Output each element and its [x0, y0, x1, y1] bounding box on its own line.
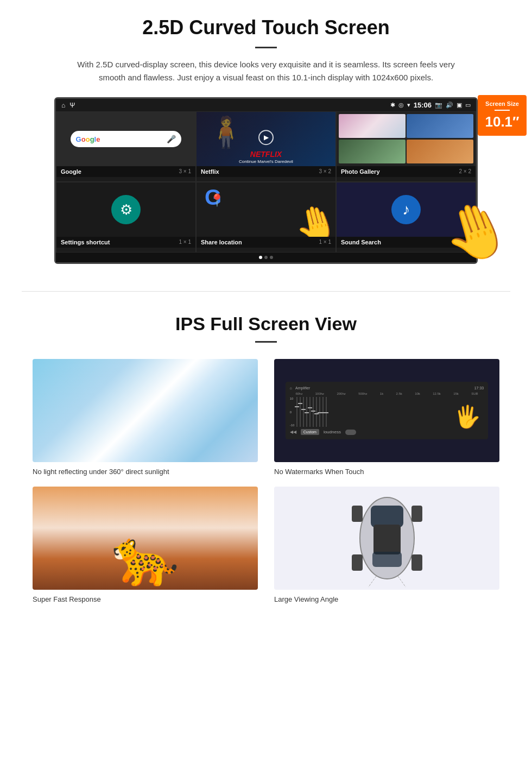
sound-app-name: Sound Search [341, 239, 381, 245]
slider-200 [303, 397, 304, 427]
feature-car: Large Viewing Angle [274, 487, 499, 603]
amp-freq-15k: 15k [453, 392, 459, 395]
slider-100 [300, 397, 301, 427]
svg-rect-2 [373, 525, 401, 554]
section2-title: IPS Full Screen View [33, 313, 499, 335]
section2-underline [255, 341, 277, 343]
dot-2 [264, 256, 268, 259]
location-icon: ◎ [398, 102, 404, 109]
slider-500-handle [305, 412, 309, 413]
amp-db-neg10: -10 [290, 424, 295, 427]
amp-db-labels: 10 0 -10 [290, 397, 295, 427]
feature-sunlight: No light reflecting under 360° direct su… [33, 359, 258, 476]
app-cell-share[interactable]: G 📍 🤚 Share location 1 × 1 [196, 182, 336, 253]
svg-rect-4 [352, 506, 363, 522]
slider-sub [326, 397, 327, 427]
music-icon: ♪ [391, 195, 421, 224]
slider-100-handle [298, 403, 302, 404]
play-button[interactable]: ▶ [258, 130, 274, 145]
slider-12k [319, 397, 320, 427]
amp-topbar: ⌂ Amplifier 17:33 [290, 386, 484, 390]
mic-icon: 🎤 [167, 135, 176, 143]
netflix-app-name: Netflix [201, 168, 219, 175]
sunlight-visual [33, 359, 258, 462]
feature-grid: No light reflecting under 360° direct su… [33, 359, 499, 603]
sunlight-image [33, 359, 258, 462]
netflix-subtitle: Continue Marvel's Daredevil [200, 159, 332, 164]
screen-size-badge: Screen Size 10.1″ [478, 95, 527, 136]
app-grid-row1: Google 🎤 Google 3 × 1 🧍 [56, 111, 476, 182]
section1-description: With 2.5D curved-display screen, this de… [76, 58, 456, 84]
slider-10k [316, 397, 317, 427]
dot-3 [270, 256, 273, 259]
badge-title-text: Screen Size [482, 100, 522, 107]
touch-hand-amp: 🖐 [454, 404, 481, 430]
status-right-icons: ✱ ◎ ▾ 15:06 📷 🔊 ▣ ▭ [390, 101, 471, 109]
gallery-img-3 [339, 140, 406, 163]
slider-500 [306, 397, 307, 427]
google-search-bar[interactable]: Google 🎤 [71, 131, 182, 147]
amp-freq-1k: 1k [380, 392, 383, 395]
share-label: Share location 1 × 1 [197, 237, 335, 248]
amp-title: Amplifier [295, 386, 310, 390]
netflix-logo: NETFLIX [200, 150, 332, 159]
slider-60 [296, 397, 297, 427]
car-caption: Large Viewing Angle [274, 595, 499, 603]
pagination-dots [56, 253, 476, 262]
usb-icon: Ψ [69, 102, 75, 109]
app-cell-settings[interactable]: ⚙ Settings shortcut 1 × 1 [56, 182, 196, 253]
slider-1k-handle [308, 407, 312, 408]
slider-2k-handle [311, 411, 315, 412]
section-curved-touch: 2.5D Curved Touch Screen With 2.5D curve… [0, 0, 532, 275]
slider-sub-handle [324, 412, 328, 413]
amp-freq-12k: 12.5k [433, 392, 441, 395]
slider-60-handle [295, 406, 299, 407]
settings-icon: ⚙ [111, 195, 141, 224]
amp-home-icon: ⌂ [290, 386, 292, 390]
share-app-size: 1 × 1 [319, 239, 331, 245]
amplifier-image: ⌂ Amplifier 17:33 60hz 100hz 200hz 500hz… [274, 359, 499, 462]
gallery-img-2 [407, 114, 473, 138]
svg-rect-1 [371, 506, 403, 527]
cheetah-emoji: 🐆 [111, 526, 179, 590]
volume-icon: 🔊 [446, 102, 453, 109]
settings-app-size: 1 × 1 [179, 239, 191, 245]
share-thumb: G 📍 🤚 [197, 182, 335, 237]
amp-custom-btn: Custom [301, 429, 319, 435]
cheetah-caption: Super Fast Response [33, 595, 258, 603]
device-wrapper: Screen Size 10.1″ ⌂ Ψ ✱ ◎ ▾ 15:06 📷 🔊 [54, 97, 478, 264]
app-cell-netflix[interactable]: 🧍 ▶ NETFLIX Continue Marvel's Daredevil … [196, 111, 336, 182]
app-cell-google[interactable]: Google 🎤 Google 3 × 1 [56, 111, 196, 182]
car-svg [346, 489, 428, 587]
wifi-icon: ▾ [407, 102, 410, 109]
svg-rect-6 [352, 554, 363, 571]
amp-sliders: 10 0 -10 [290, 397, 484, 427]
svg-line-9 [398, 576, 411, 587]
gallery-app-name: Photo Gallery [341, 168, 380, 175]
gallery-img-1 [339, 114, 406, 138]
gallery-img-4 [407, 140, 473, 163]
svg-rect-3 [372, 552, 402, 567]
google-label: Google 3 × 1 [56, 166, 195, 177]
slider-2k [313, 397, 314, 427]
slider-1k [309, 397, 311, 427]
app-cell-gallery[interactable]: Photo Gallery 2 × 2 [336, 111, 476, 182]
google-logo: Google [76, 135, 100, 143]
amp-time: 17:33 [474, 386, 484, 390]
title-underline [255, 47, 277, 48]
google-app-name: Google [61, 168, 81, 175]
section-ips: IPS Full Screen View No light reflecting… [0, 308, 532, 620]
slider-200-handle [301, 409, 306, 410]
battery-icon: ▣ [457, 102, 462, 109]
car-visual [274, 487, 499, 590]
amp-freq-10k: 10k [415, 392, 420, 395]
window-icon: ▭ [465, 102, 471, 109]
amp-bottom-bar: ◀◀ Custom loudness [290, 429, 484, 435]
amp-back-icon: ◀◀ [290, 430, 296, 434]
amp-db-0: 0 [290, 411, 295, 414]
slider-15k [322, 397, 324, 427]
status-left-icons: ⌂ Ψ [61, 102, 75, 109]
amp-freq-500: 500hz [358, 392, 367, 395]
car-diagram [346, 489, 428, 587]
amp-loudness-label: loudness [324, 430, 341, 434]
